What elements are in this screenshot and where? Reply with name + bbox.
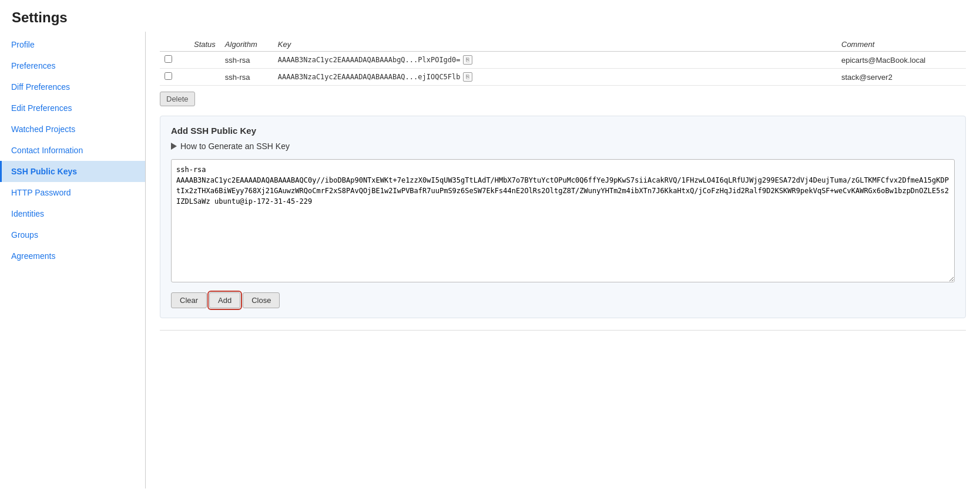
row-checkbox-1[interactable]: [165, 72, 172, 80]
table-row: ssh-rsaAAAAB3NzaC1yc2EAAAADAQABAAAbgQ...…: [160, 52, 966, 69]
row-comment-0: epicarts@MacBook.local: [837, 52, 966, 69]
how-to-generate-label: How to Generate an SSH Key: [180, 141, 290, 151]
key-text-0: AAAAB3NzaC1yc2EAAAADAQABAAAbgQ...PlxPOIg…: [278, 56, 461, 64]
row-checkbox-cell: [160, 69, 189, 86]
sidebar: ProfilePreferencesDiff PreferencesEdit P…: [0, 32, 146, 488]
add-button[interactable]: Add: [209, 292, 240, 308]
action-buttons: Clear Add Close: [171, 292, 955, 308]
row-checkbox-cell: [160, 52, 189, 69]
row-algorithm-1: ssh-rsa: [220, 69, 273, 86]
col-header-status-label: Status: [189, 38, 220, 52]
clear-button[interactable]: Clear: [171, 292, 207, 308]
copy-icon-1[interactable]: ⎘: [463, 72, 472, 82]
col-header-status: [160, 38, 189, 52]
sidebar-item-agreements[interactable]: Agreements: [0, 245, 145, 267]
sidebar-item-groups[interactable]: Groups: [0, 224, 145, 245]
row-status-1: [189, 69, 220, 86]
main-content: Status Algorithm Key Comment ssh-rsaAAAA…: [146, 32, 980, 488]
keys-section: Status Algorithm Key Comment ssh-rsaAAAA…: [160, 38, 966, 116]
ssh-key-textarea[interactable]: [171, 159, 955, 282]
row-status-0: [189, 52, 220, 69]
triangle-icon: [171, 143, 177, 150]
key-text-1: AAAAB3NzaC1yc2EAAAADAQABAAABAQ...ejIOQC5…: [278, 73, 461, 81]
sidebar-item-identities[interactable]: Identities: [0, 203, 145, 224]
row-algorithm-0: ssh-rsa: [220, 52, 273, 69]
sidebar-item-preferences[interactable]: Preferences: [0, 55, 145, 76]
copy-icon-0[interactable]: ⎘: [463, 55, 472, 65]
delete-button[interactable]: Delete: [160, 92, 195, 106]
sidebar-item-http-password[interactable]: HTTP Password: [0, 182, 145, 203]
section-divider: [160, 330, 966, 331]
row-key-0: AAAAB3NzaC1yc2EAAAADAQABAAAbgQ...PlxPOIg…: [273, 52, 837, 69]
sidebar-item-profile[interactable]: Profile: [0, 34, 145, 55]
col-header-comment: Comment: [837, 38, 966, 52]
close-button[interactable]: Close: [243, 292, 280, 308]
how-to-generate[interactable]: How to Generate an SSH Key: [171, 141, 955, 151]
table-row: ssh-rsaAAAAB3NzaC1yc2EAAAADAQABAAABAQ...…: [160, 69, 966, 86]
add-ssh-section: Add SSH Public Key How to Generate an SS…: [160, 116, 966, 318]
row-checkbox-0[interactable]: [165, 55, 172, 63]
col-header-algorithm: Algorithm: [220, 38, 273, 52]
sidebar-item-contact-information[interactable]: Contact Information: [0, 140, 145, 161]
row-key-1: AAAAB3NzaC1yc2EAAAADAQABAAABAQ...ejIOQC5…: [273, 69, 837, 86]
sidebar-item-ssh-public-keys[interactable]: SSH Public Keys: [0, 161, 145, 182]
sidebar-item-diff-preferences[interactable]: Diff Preferences: [0, 76, 145, 97]
col-header-key: Key: [273, 38, 837, 52]
sidebar-item-watched-projects[interactable]: Watched Projects: [0, 119, 145, 140]
add-ssh-title: Add SSH Public Key: [171, 126, 955, 136]
row-comment-1: stack@server2: [837, 69, 966, 86]
sidebar-item-edit-preferences[interactable]: Edit Preferences: [0, 97, 145, 119]
keys-table: Status Algorithm Key Comment ssh-rsaAAAA…: [160, 38, 966, 86]
page-title: Settings: [0, 0, 980, 32]
